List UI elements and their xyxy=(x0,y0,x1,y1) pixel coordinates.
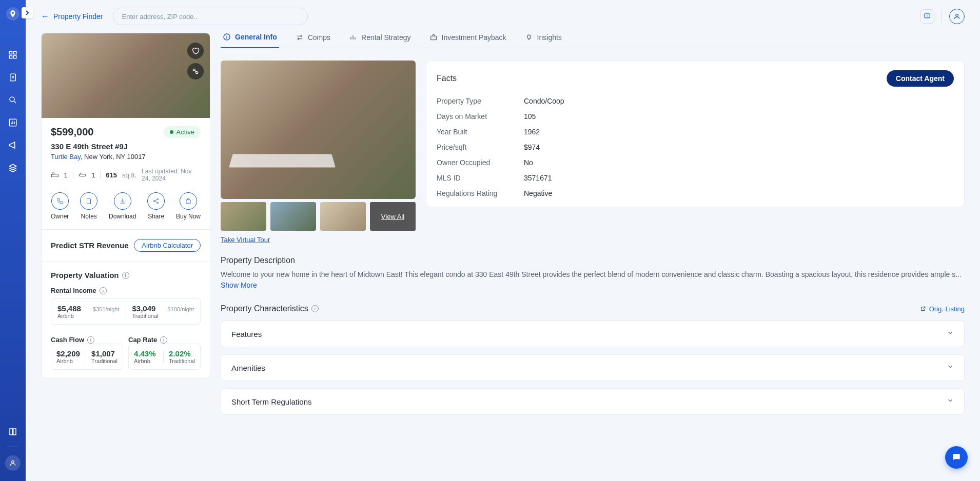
profile-icon[interactable] xyxy=(5,455,21,471)
download-icon xyxy=(114,192,131,210)
orig-listing-link[interactable]: Orig. Listing xyxy=(920,305,965,313)
user-avatar[interactable] xyxy=(949,9,965,24)
document-icon[interactable] xyxy=(7,72,18,83)
show-more-link[interactable]: Show More xyxy=(221,281,257,289)
fact-key: Owner Occupied xyxy=(437,158,524,167)
virtual-tour-link[interactable]: Take Virtual Tour xyxy=(221,236,416,244)
fact-value: Negative xyxy=(524,189,954,197)
tab-comps[interactable]: Comps xyxy=(293,33,332,48)
info-icon[interactable]: i xyxy=(122,272,129,279)
main-gallery-image[interactable] xyxy=(221,61,416,199)
bag-icon xyxy=(180,192,197,210)
favorite-button[interactable] xyxy=(187,43,204,59)
chat-button[interactable] xyxy=(945,446,968,469)
cash-flow-airbnb: $2,209 xyxy=(56,349,81,358)
svg-rect-2 xyxy=(9,56,12,58)
logo-icon[interactable] xyxy=(6,7,19,21)
description-text: Welcome to your new home in the heart of… xyxy=(221,269,965,291)
gallery-thumb[interactable] xyxy=(221,202,266,231)
search-icon[interactable] xyxy=(7,94,18,106)
predict-title: Predict STR Revenue xyxy=(51,241,129,250)
characteristics-title: Property Characteristics i xyxy=(221,304,319,313)
svg-rect-1 xyxy=(14,51,16,54)
gallery-thumb[interactable] xyxy=(270,202,316,231)
svg-point-7 xyxy=(10,97,14,102)
tab-rental-strategy[interactable]: Rental Strategy xyxy=(347,33,413,48)
info-icon xyxy=(223,33,231,41)
beds-value: 1 xyxy=(64,171,68,179)
dashboard-icon[interactable] xyxy=(7,49,18,61)
svg-line-8 xyxy=(14,101,16,103)
address: 330 E 49th Street #9J xyxy=(51,142,201,151)
download-action[interactable]: Download xyxy=(109,192,136,220)
megaphone-icon[interactable] xyxy=(7,139,18,151)
fact-value: No xyxy=(524,158,954,167)
features-accordion[interactable]: Features xyxy=(221,320,965,347)
fact-value: $974 xyxy=(524,143,954,151)
swap-icon xyxy=(296,33,304,42)
airbnb-calculator-button[interactable]: Airbnb Calculator xyxy=(134,239,201,252)
book-icon[interactable] xyxy=(8,427,17,438)
compare-button[interactable] xyxy=(187,63,204,79)
svg-rect-19 xyxy=(51,174,58,176)
divider xyxy=(73,171,73,178)
owner-action[interactable]: Owner xyxy=(51,192,69,220)
fact-key: Year Built xyxy=(437,128,524,136)
price: $599,000 xyxy=(51,126,93,138)
str-accordion[interactable]: Short Term Regulations xyxy=(221,388,965,415)
briefcase-icon xyxy=(429,33,438,42)
fact-value: Condo/Coop xyxy=(524,97,954,105)
svg-line-29 xyxy=(155,199,158,201)
fact-value: 1962 xyxy=(524,128,954,136)
cap-rate-trad: 2.02% xyxy=(169,349,195,358)
neighborhood-link[interactable]: Turtle Bay xyxy=(51,153,81,161)
last-updated: Last updated: Nov 24, 2024 xyxy=(142,168,201,182)
sqft-unit: sq.ft. xyxy=(122,171,136,179)
info-icon[interactable]: i xyxy=(160,336,167,344)
trad-income: $3,049 xyxy=(132,304,156,313)
search-input[interactable]: Enter address, ZIP code.. xyxy=(113,8,308,25)
cash-flow-label: Cash Flowi xyxy=(51,336,123,344)
svg-point-27 xyxy=(157,198,158,199)
status-dot-icon xyxy=(170,130,173,134)
info-icon[interactable]: i xyxy=(311,305,319,312)
divider xyxy=(7,447,19,447)
fact-key: Price/sqft xyxy=(437,143,524,151)
view-all-photos[interactable]: View All xyxy=(370,202,416,231)
svg-point-16 xyxy=(956,14,958,16)
tab-investment-payback[interactable]: Investment Payback xyxy=(427,33,508,48)
tab-insights[interactable]: Insights xyxy=(523,33,564,48)
share-action[interactable]: Share xyxy=(147,192,165,220)
status-badge: Active xyxy=(164,126,201,138)
buy-now-action[interactable]: Buy Now xyxy=(176,192,201,220)
contact-agent-button[interactable]: Contact Agent xyxy=(887,70,954,87)
arrow-left-icon: ← xyxy=(41,12,49,21)
trad-label: Traditional xyxy=(132,313,194,319)
layers-icon[interactable] xyxy=(7,162,18,173)
svg-rect-38 xyxy=(430,36,436,39)
info-icon[interactable]: i xyxy=(100,287,107,294)
gallery-thumb[interactable] xyxy=(320,202,366,231)
rental-income-label: Rental Income i xyxy=(51,287,201,294)
cap-rate-label: Cap Ratei xyxy=(128,336,201,344)
tab-general-info[interactable]: General Info xyxy=(221,33,279,48)
share-icon xyxy=(147,192,165,210)
analytics-icon[interactable] xyxy=(7,117,18,128)
phone-icon xyxy=(51,192,69,210)
bars-icon xyxy=(349,33,357,42)
svg-rect-31 xyxy=(186,200,190,204)
amenities-accordion[interactable]: Amenities xyxy=(221,354,965,381)
divider xyxy=(942,10,942,23)
chevron-down-icon xyxy=(947,397,954,406)
status-label: Active xyxy=(177,128,194,136)
svg-point-28 xyxy=(157,202,158,203)
svg-rect-0 xyxy=(9,51,12,54)
svg-line-30 xyxy=(155,202,158,203)
svg-point-34 xyxy=(226,35,227,35)
notes-action[interactable]: Notes xyxy=(80,192,97,220)
help-button[interactable]: ? xyxy=(920,9,934,24)
back-button[interactable]: ← Property Finder xyxy=(41,12,103,21)
info-icon[interactable]: i xyxy=(87,336,94,344)
cash-flow-trad: $1,007 xyxy=(91,349,117,358)
airbnb-label: Airbnb xyxy=(57,313,120,319)
